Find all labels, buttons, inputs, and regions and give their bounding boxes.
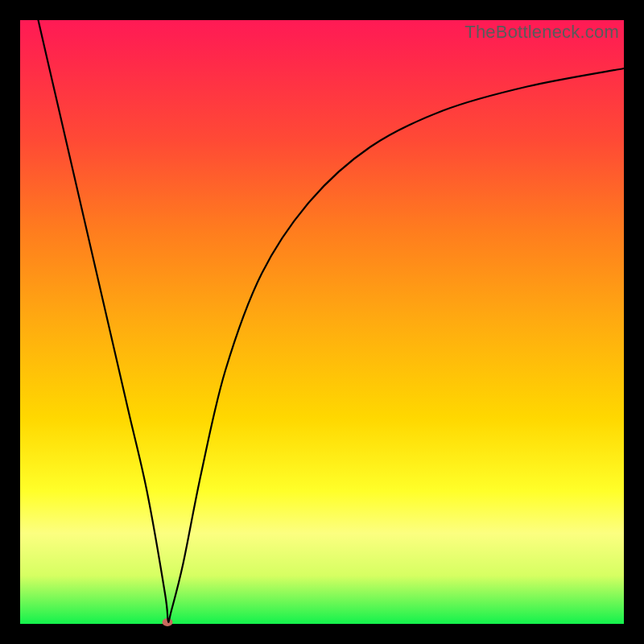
plot-area: TheBottleneck.com (20, 20, 624, 624)
bottleneck-curve (20, 20, 624, 624)
chart-frame: TheBottleneck.com (0, 0, 644, 644)
watermark-label: TheBottleneck.com (464, 22, 619, 43)
